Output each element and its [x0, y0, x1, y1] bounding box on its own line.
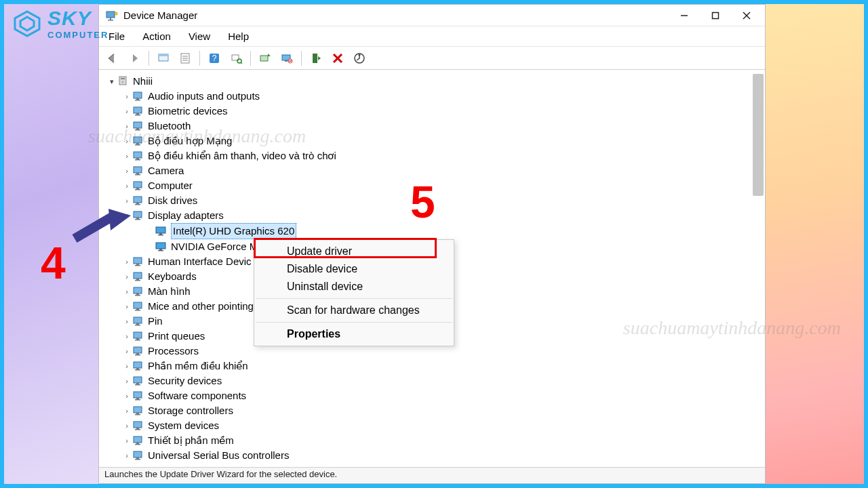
toolbar-separator [149, 51, 149, 66]
menu-separator [256, 322, 452, 323]
toolbar-properties-button[interactable] [176, 49, 195, 67]
menu-view[interactable]: View [186, 29, 213, 43]
tree-item-label: Phần mềm điều khiển [148, 359, 248, 373]
step-4-arrow-icon [71, 203, 132, 244]
svg-rect-100 [134, 422, 142, 428]
add-hardware-icon [353, 52, 366, 64]
maximize-button[interactable] [700, 5, 731, 26]
svg-rect-67 [134, 258, 142, 264]
svg-rect-106 [134, 451, 142, 458]
svg-rect-77 [136, 308, 139, 310]
menu-item-update-driver[interactable]: Update driver [254, 243, 454, 260]
background-right [762, 4, 864, 484]
toolbar-scan-button[interactable] [226, 49, 245, 67]
close-button[interactable] [731, 5, 762, 26]
menu-help[interactable]: Help [225, 29, 252, 43]
svg-rect-46 [134, 152, 142, 158]
svg-rect-83 [136, 338, 139, 340]
svg-rect-66 [158, 250, 163, 251]
tree-item-label: Màn hình [148, 284, 191, 299]
toolbar-show-hidden-button[interactable] [154, 49, 173, 67]
svg-rect-57 [135, 204, 140, 205]
tree-item[interactable]: ›Thiết bị phần mềm [103, 433, 764, 448]
display-adapter-icon [155, 225, 168, 237]
toolbar-forward-button[interactable] [125, 49, 144, 67]
device-category-icon [132, 135, 145, 147]
svg-rect-39 [135, 115, 140, 116]
svg-rect-68 [136, 264, 139, 265]
svg-rect-59 [136, 218, 139, 219]
svg-line-109 [75, 217, 112, 239]
toolbar-enable-button[interactable] [307, 49, 326, 67]
tree-item[interactable]: ›Audio inputs and outputs [103, 89, 764, 104]
device-category-icon [132, 165, 145, 177]
menu-item-uninstall-device[interactable]: Uninstall device [254, 278, 454, 296]
device-category-icon [132, 375, 145, 387]
step-5-label: 5 [410, 176, 435, 228]
svg-rect-69 [135, 265, 140, 266]
toolbar-uninstall-button[interactable] [277, 49, 296, 67]
device-category-icon [132, 195, 145, 207]
tree-item[interactable]: ›Biometric devices [103, 104, 764, 119]
device-category-icon [132, 270, 145, 283]
toolbar-help-button[interactable]: ? [205, 49, 224, 67]
tree-item-label: Bộ điều hợp Mạng [148, 134, 232, 148]
devices-icon [157, 52, 170, 64]
menu-action[interactable]: Action [140, 29, 174, 43]
tree-item-label: Processors [148, 344, 199, 359]
svg-rect-71 [136, 279, 139, 280]
svg-rect-51 [135, 174, 140, 176]
minimize-button[interactable] [669, 5, 700, 26]
svg-rect-90 [135, 369, 140, 371]
svg-rect-105 [135, 444, 140, 445]
toolbar: ? [99, 47, 765, 70]
device-category-icon [132, 285, 145, 298]
tree-item[interactable]: ›Storage controllers [103, 403, 764, 418]
tree-item[interactable]: ›Security devices [103, 373, 764, 388]
svg-rect-37 [134, 107, 142, 113]
toolbar-disable-button[interactable] [328, 49, 347, 67]
svg-rect-79 [134, 317, 142, 323]
svg-rect-99 [135, 414, 140, 415]
tree-item[interactable]: ›System devices [103, 418, 764, 433]
device-category-icon [132, 209, 145, 222]
menu-item-disable-device[interactable]: Disable device [254, 260, 454, 278]
svg-rect-32 [121, 78, 125, 79]
tree-item[interactable]: ›Bluetooth [103, 119, 764, 134]
titlebar[interactable]: Device Manager [99, 5, 765, 26]
tree-item[interactable]: ›Bộ điều hợp Mạng [103, 134, 764, 148]
menu-item-properties[interactable]: Properties [254, 325, 454, 343]
menu-item-scan-hardware[interactable]: Scan for hardware changes [254, 302, 454, 319]
svg-rect-85 [134, 347, 142, 353]
svg-point-33 [122, 81, 123, 83]
toolbar-back-button[interactable] [103, 49, 122, 67]
toolbar-add-legacy-button[interactable] [350, 49, 369, 67]
svg-rect-60 [135, 219, 140, 220]
svg-rect-56 [136, 203, 139, 204]
svg-rect-108 [135, 459, 140, 460]
device-category-icon [132, 360, 145, 372]
svg-rect-26 [313, 54, 317, 63]
svg-rect-93 [135, 384, 140, 386]
svg-rect-55 [134, 197, 142, 203]
svg-rect-52 [134, 182, 142, 188]
display-adapter-icon [155, 241, 168, 253]
tree-root[interactable]: ▾Nhiii [103, 74, 764, 89]
tree-item[interactable]: ›Software components [103, 388, 764, 403]
tree-item-label: Bộ điều khiển âm thanh, video và trò chơ… [148, 148, 336, 163]
device-category-icon [132, 390, 145, 402]
svg-rect-102 [135, 429, 140, 430]
tree-item-label: Thiết bị phần mềm [148, 433, 234, 448]
svg-rect-44 [136, 143, 139, 144]
svg-rect-47 [136, 158, 139, 159]
svg-rect-76 [134, 302, 142, 308]
tree-item[interactable]: ›Universal Serial Bus controllers [103, 448, 764, 463]
vertical-scrollbar[interactable] [753, 74, 764, 196]
svg-rect-82 [134, 332, 142, 338]
tree-item[interactable]: ›Phần mềm điều khiển [103, 359, 764, 373]
menu-file[interactable]: File [106, 29, 127, 43]
tree-item[interactable]: ›Bộ điều khiển âm thanh, video và trò ch… [103, 148, 764, 163]
toolbar-update-driver-button[interactable] [256, 49, 275, 67]
svg-rect-23 [285, 60, 288, 62]
tree-item-label: Security devices [148, 373, 222, 388]
